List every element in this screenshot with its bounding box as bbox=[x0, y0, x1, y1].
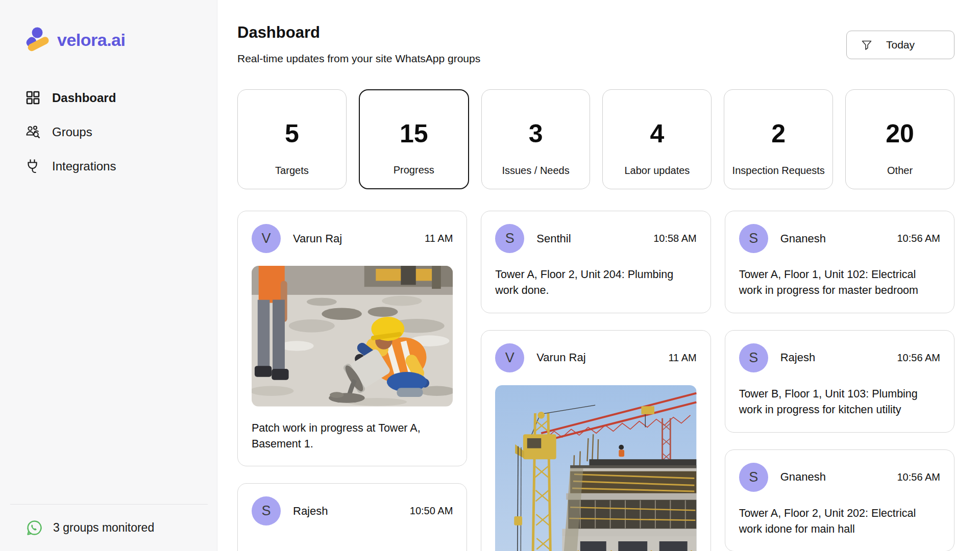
sidebar-item-label: Groups bbox=[52, 125, 92, 139]
sender-name: Varun Raj bbox=[536, 351, 656, 364]
message-card[interactable]: S Senthil 10:58 AM Tower A, Floor 2, Uni… bbox=[481, 211, 710, 313]
main-content: Dashboard Real-time updates from your si… bbox=[217, 0, 980, 551]
page-subtitle: Real-time updates from your site WhatsAp… bbox=[237, 53, 480, 65]
message-card[interactable]: S Rajesh 10:50 AM bbox=[237, 483, 467, 551]
message-time: 11 AM bbox=[425, 233, 453, 244]
message-text: Tower A, Floor 2, Unit 204: Plumbing wor… bbox=[495, 267, 696, 299]
whatsapp-icon bbox=[26, 519, 43, 537]
stat-value: 5 bbox=[285, 119, 299, 148]
messages-column-1: V Varun Raj 11 AM bbox=[237, 211, 467, 551]
stat-label: Targets bbox=[238, 165, 346, 177]
message-header: S Rajesh 10:50 AM bbox=[252, 496, 453, 525]
stat-card-inspection-requests[interactable]: 2 Inspection Requests bbox=[724, 89, 833, 189]
message-header: S Gnanesh 10:56 AM bbox=[739, 224, 940, 253]
message-time: 10:58 AM bbox=[653, 233, 697, 244]
page-title: Dashboard bbox=[237, 23, 480, 42]
stat-card-other[interactable]: 20 Other bbox=[845, 89, 954, 189]
message-text: Tower A, Floor 1, Unit 102: Electrical w… bbox=[739, 267, 940, 299]
message-time: 11 AM bbox=[668, 352, 696, 364]
page-header-text: Dashboard Real-time updates from your si… bbox=[237, 23, 480, 65]
stat-value: 15 bbox=[400, 119, 428, 148]
stat-value: 4 bbox=[650, 119, 664, 148]
message-time: 10:50 AM bbox=[410, 505, 453, 517]
stat-card-labor-updates[interactable]: 4 Labor updates bbox=[602, 89, 712, 189]
sender-name: Gnanesh bbox=[780, 470, 885, 484]
sender-name: Senthil bbox=[536, 232, 641, 245]
avatar: S bbox=[495, 224, 524, 253]
message-text: Patch work in progress at Tower A, Basem… bbox=[252, 420, 453, 453]
dashboard-grid-icon bbox=[25, 90, 41, 106]
message-photo-concrete-pour bbox=[252, 266, 453, 407]
message-card[interactable]: S Rajesh 10:56 AM Tower B, Floor 1, Unit… bbox=[725, 330, 954, 433]
stat-label: Progress bbox=[360, 164, 468, 176]
message-header: S Senthil 10:58 AM bbox=[495, 224, 696, 253]
groups-search-icon bbox=[25, 124, 41, 140]
sender-name: Rajesh bbox=[293, 505, 398, 518]
app-window: velora.ai Dashboard bbox=[0, 0, 980, 551]
avatar: S bbox=[739, 463, 768, 492]
sidebar-nav: Dashboard Groups bbox=[25, 90, 195, 174]
sender-name: Gnanesh bbox=[780, 232, 885, 245]
sidebar-item-groups[interactable]: Groups bbox=[25, 124, 195, 140]
stat-label: Inspection Requests bbox=[724, 165, 832, 177]
messages-grid: V Varun Raj 11 AM bbox=[237, 211, 954, 551]
sidebar-item-label: Integrations bbox=[52, 159, 116, 173]
brand-name: velora.ai bbox=[57, 30, 125, 50]
velora-logo-icon bbox=[25, 27, 52, 53]
avatar: V bbox=[252, 224, 281, 253]
message-header: V Varun Raj 11 AM bbox=[495, 343, 696, 372]
stat-label: Labor updates bbox=[603, 165, 711, 177]
stat-card-progress[interactable]: 15 Progress bbox=[359, 89, 469, 189]
brand-logo: velora.ai bbox=[25, 27, 195, 53]
sidebar-item-dashboard[interactable]: Dashboard bbox=[25, 90, 195, 106]
avatar: S bbox=[739, 343, 768, 372]
sidebar-footer: 3 groups monitored bbox=[10, 504, 208, 551]
avatar: S bbox=[252, 496, 281, 525]
plug-icon bbox=[25, 158, 41, 174]
stat-value: 20 bbox=[886, 119, 914, 148]
message-text: Tower B, Floor 1, Unit 103: Plumbing wor… bbox=[739, 386, 940, 418]
message-text: Tower A, Floor 2, Unit 202: Electrical w… bbox=[739, 506, 940, 538]
message-time: 10:56 AM bbox=[897, 233, 940, 244]
message-card[interactable]: V Varun Raj 11 AM bbox=[481, 330, 710, 551]
message-time: 10:56 AM bbox=[897, 471, 940, 483]
message-card[interactable]: V Varun Raj 11 AM bbox=[237, 211, 467, 466]
messages-column-2: S Senthil 10:58 AM Tower A, Floor 2, Uni… bbox=[481, 211, 710, 551]
date-filter-label: Today bbox=[886, 39, 915, 51]
stat-card-issues-needs[interactable]: 3 Issues / Needs bbox=[481, 89, 591, 189]
message-card[interactable]: S Gnanesh 10:56 AM Tower A, Floor 1, Uni… bbox=[725, 211, 954, 313]
stat-value: 2 bbox=[771, 119, 786, 148]
stat-label: Other bbox=[846, 165, 954, 177]
message-header: S Gnanesh 10:56 AM bbox=[739, 463, 940, 492]
message-card[interactable]: S Gnanesh 10:56 AM Tower A, Floor 2, Uni… bbox=[725, 449, 954, 551]
message-header: V Varun Raj 11 AM bbox=[252, 224, 453, 253]
stat-label: Issues / Needs bbox=[482, 165, 590, 177]
page-header: Dashboard Real-time updates from your si… bbox=[237, 23, 954, 65]
funnel-icon bbox=[861, 39, 872, 51]
stat-value: 3 bbox=[529, 119, 543, 148]
groups-monitored-status: 3 groups monitored bbox=[53, 521, 154, 535]
avatar: S bbox=[739, 224, 768, 253]
stats-row: 5 Targets 15 Progress 3 Issues / Needs 4… bbox=[237, 89, 954, 189]
sender-name: Rajesh bbox=[780, 351, 885, 364]
sidebar-item-label: Dashboard bbox=[52, 91, 116, 105]
stat-card-targets[interactable]: 5 Targets bbox=[237, 89, 347, 189]
avatar: V bbox=[495, 343, 524, 372]
sender-name: Varun Raj bbox=[293, 232, 412, 245]
message-photo-crane-building bbox=[495, 385, 696, 551]
messages-column-3: S Gnanesh 10:56 AM Tower A, Floor 1, Uni… bbox=[725, 211, 954, 551]
sidebar-item-integrations[interactable]: Integrations bbox=[25, 158, 195, 174]
date-filter-button[interactable]: Today bbox=[846, 31, 954, 59]
message-time: 10:56 AM bbox=[897, 352, 940, 364]
message-header: S Rajesh 10:56 AM bbox=[739, 343, 940, 372]
sidebar: velora.ai Dashboard bbox=[0, 0, 217, 551]
